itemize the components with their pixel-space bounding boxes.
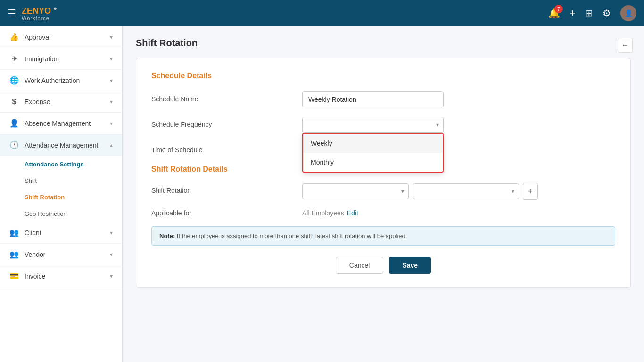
chevron-down-icon: ▾ [110, 34, 113, 41]
chevron-down-icon: ▾ [110, 230, 113, 236]
approval-icon: 👍 [9, 33, 19, 41]
applicable-for-value: All Employees [302, 209, 344, 217]
avatar-initials: 👤 [620, 5, 636, 21]
form-card: Schedule Details Schedule Name Schedule … [136, 58, 631, 288]
sidebar-item-absence-management[interactable]: 👤 Absence Management ▾ [0, 113, 122, 134]
sidebar: 👍 Approval ▾ ✈ Immigration ▾ 🌐 Work Auth… [0, 26, 123, 362]
sidebar-subitem-shift[interactable]: Shift [0, 173, 122, 189]
page-title: Shift Rotation [136, 38, 631, 49]
client-icon: 👥 [9, 228, 19, 237]
schedule-frequency-dropdown: Weekly Monthly [302, 133, 444, 173]
sidebar-item-label: Invoice [25, 272, 104, 280]
schedule-details-title: Schedule Details [151, 72, 615, 80]
avatar[interactable]: 👤 [620, 5, 636, 21]
form-buttons: Cancel Save [151, 257, 615, 274]
work-auth-icon: 🌐 [9, 76, 19, 85]
chevron-down-icon: ▾ [110, 273, 113, 280]
sidebar-subitem-geo-restriction[interactable]: Geo Restriction [0, 206, 122, 222]
schedule-name-input[interactable] [302, 91, 444, 107]
applicable-for-label: Applicable for [151, 209, 302, 217]
vendor-icon: 👥 [9, 250, 19, 259]
sidebar-item-label: Client [25, 229, 104, 237]
applicable-for-row: Applicable for All Employees Edit [151, 209, 615, 217]
grid-icon[interactable]: ⊞ [585, 8, 593, 19]
shift-rotation-label: Shift Rotation [151, 183, 302, 194]
immigration-icon: ✈ [9, 54, 19, 63]
add-shift-button[interactable]: + [523, 183, 538, 200]
notification-badge: 7 [554, 5, 563, 13]
shift-rotation-select-1[interactable] [302, 183, 409, 199]
sidebar-item-label: Immigration [25, 55, 104, 63]
sidebar-item-label: Approval [25, 33, 104, 41]
schedule-frequency-wrap: Weekly Monthly ▾ Weekly Monthly [302, 117, 444, 133]
main-layout: 👍 Approval ▾ ✈ Immigration ▾ 🌐 Work Auth… [0, 26, 644, 362]
settings-icon[interactable]: ⚙ [603, 8, 611, 19]
dropdown-option-monthly[interactable]: Monthly [303, 153, 443, 172]
sidebar-item-label: Work Authorization [25, 77, 104, 84]
schedule-name-row: Schedule Name [151, 91, 615, 107]
schedule-frequency-row: Schedule Frequency Weekly Monthly ▾ Week… [151, 117, 615, 133]
sidebar-subitem-label: Shift [25, 177, 37, 184]
app-header: ☰ ZENYO ● Workforce 🔔 7 + ⊞ ⚙ 👤 [0, 0, 644, 26]
logo-zenyo: ZENYO [22, 6, 51, 16]
sidebar-item-label: Expense [25, 98, 104, 106]
sidebar-item-approval[interactable]: 👍 Approval ▾ [0, 26, 122, 48]
sidebar-item-invoice[interactable]: 💳 Invoice ▾ [0, 265, 122, 287]
sidebar-item-work-authorization[interactable]: 🌐 Work Authorization ▾ [0, 70, 122, 91]
notification-bell[interactable]: 🔔 7 [548, 8, 560, 19]
note-strong: Note: [159, 232, 175, 239]
note-text: If the employee is assigned to more than… [177, 232, 407, 239]
shift-select-2-wrap: ▾ [413, 183, 519, 199]
back-button[interactable]: ← [618, 38, 633, 53]
invoice-icon: 💳 [9, 272, 19, 280]
cancel-button[interactable]: Cancel [336, 257, 384, 274]
hamburger-menu[interactable]: ☰ [8, 8, 16, 19]
dropdown-option-weekly[interactable]: Weekly [303, 134, 443, 153]
chevron-down-icon: ▾ [110, 120, 113, 127]
sidebar-item-client[interactable]: 👥 Client ▾ [0, 222, 122, 244]
sidebar-item-immigration[interactable]: ✈ Immigration ▾ [0, 48, 122, 70]
chevron-down-icon: ▾ [110, 56, 113, 62]
header-right: 🔔 7 + ⊞ ⚙ 👤 [548, 5, 636, 21]
note-box: Note: If the employee is assigned to mor… [151, 226, 615, 246]
shift-rotation-row: Shift Rotation ▾ ▾ + [151, 183, 615, 200]
sidebar-subitem-shift-rotation[interactable]: Shift Rotation [0, 189, 122, 206]
save-button[interactable]: Save [389, 257, 431, 274]
sidebar-subitem-attendance-settings[interactable]: Attendance Settings [0, 156, 122, 173]
header-left: ☰ ZENYO ● Workforce [8, 5, 57, 22]
logo-text: ZENYO ● [22, 5, 57, 16]
logo-sub: Workforce [22, 16, 57, 21]
shift-select-1-wrap: ▾ [302, 183, 409, 199]
sidebar-item-label: Attendance Management [25, 141, 104, 149]
shift-rotation-controls: ▾ ▾ + [302, 183, 538, 200]
sidebar-item-expense[interactable]: $ Expense ▾ [0, 91, 122, 113]
sidebar-item-label: Absence Management [25, 120, 104, 127]
time-of-schedule-label: Time of Schedule [151, 142, 302, 154]
schedule-name-label: Schedule Name [151, 91, 302, 103]
sidebar-subitem-label: Shift Rotation [25, 194, 65, 201]
chevron-down-icon: ▾ [110, 99, 113, 105]
absence-icon: 👤 [9, 119, 19, 128]
sidebar-subitem-label: Geo Restriction [25, 210, 67, 217]
chevron-up-icon: ▴ [110, 142, 113, 148]
expense-icon: $ [9, 98, 19, 106]
attendance-icon: 🕐 [9, 140, 19, 149]
schedule-frequency-label: Schedule Frequency [151, 117, 302, 128]
chevron-down-icon: ▾ [110, 251, 113, 258]
sidebar-subitem-label: Attendance Settings [25, 161, 84, 168]
schedule-frequency-select[interactable]: Weekly Monthly [302, 117, 444, 133]
applicable-for-edit[interactable]: Edit [347, 209, 358, 217]
main-content: Shift Rotation ← Schedule Details Schedu… [123, 26, 644, 362]
sidebar-item-attendance-management[interactable]: 🕐 Attendance Management ▴ [0, 134, 122, 156]
schedule-name-wrap [302, 91, 444, 107]
chevron-down-icon: ▾ [110, 77, 113, 84]
add-button[interactable]: + [570, 7, 576, 19]
logo: ZENYO ● Workforce [22, 5, 57, 22]
sidebar-item-label: Vendor [25, 251, 104, 258]
shift-rotation-select-2[interactable] [413, 183, 519, 199]
sidebar-item-vendor[interactable]: 👥 Vendor ▾ [0, 244, 122, 265]
